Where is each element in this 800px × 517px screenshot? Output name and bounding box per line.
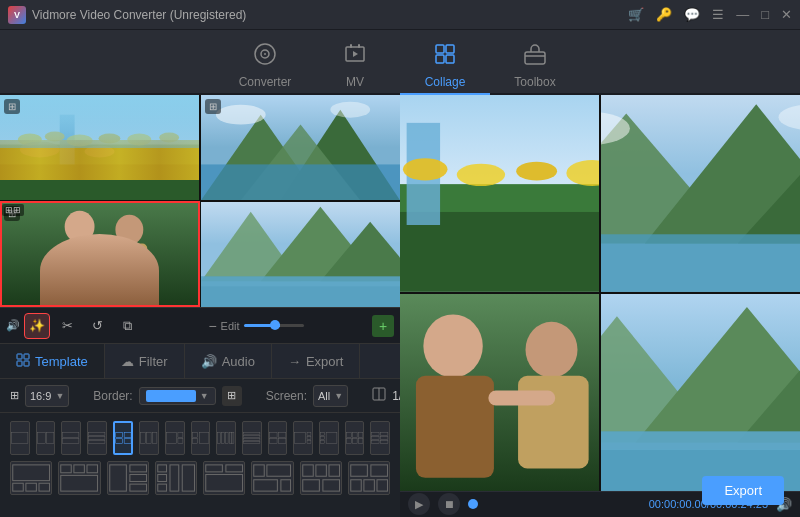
chat-icon[interactable]: 💬 — [684, 7, 700, 22]
svg-rect-125 — [254, 480, 278, 491]
svg-rect-106 — [39, 483, 50, 491]
action-tab-audio[interactable]: 🔊 Audio — [185, 344, 272, 378]
minimize-btn[interactable]: — — [736, 7, 749, 22]
maximize-btn[interactable]: □ — [761, 7, 769, 22]
title-bar-left: V Vidmore Video Converter (Unregistered) — [8, 6, 246, 24]
left-panel: ⊞ — [0, 95, 400, 517]
svg-point-155 — [423, 314, 482, 377]
tab-toolbox-label: Toolbox — [514, 75, 555, 89]
svg-rect-93 — [358, 432, 363, 437]
svg-rect-128 — [315, 465, 326, 476]
slider-minus[interactable]: − — [208, 318, 216, 334]
svg-rect-50 — [37, 432, 45, 444]
template-r2-2[interactable] — [58, 461, 100, 495]
template-2h[interactable] — [36, 421, 56, 455]
template-3h[interactable] — [87, 421, 107, 455]
tab-toolbox[interactable]: Toolbox — [490, 37, 580, 95]
action-tab-template-label: Template — [35, 354, 88, 369]
template-2x3[interactable] — [370, 421, 390, 455]
template-single[interactable] — [10, 421, 30, 455]
tab-mv[interactable]: MV — [310, 37, 400, 95]
main-area: ⊞ — [0, 95, 800, 517]
ratio-select[interactable]: 16:9 ▼ — [25, 385, 69, 407]
svg-rect-46 — [24, 361, 29, 366]
svg-rect-103 — [13, 465, 50, 481]
border-grid-btn[interactable]: ⊞ — [222, 386, 242, 406]
svg-rect-86 — [307, 441, 311, 444]
template-r2-3[interactable] — [107, 461, 149, 495]
template-3plus1[interactable] — [293, 421, 313, 455]
template-2v[interactable] — [61, 421, 81, 455]
svg-rect-112 — [129, 465, 146, 472]
tab-collage-label: Collage — [425, 75, 466, 89]
key-icon[interactable]: 🔑 — [656, 7, 672, 22]
template-icon — [16, 353, 30, 370]
edit-slider[interactable] — [244, 324, 304, 327]
add-clip-btn[interactable]: + — [372, 315, 394, 337]
template-row-2 — [10, 461, 390, 495]
action-tab-export[interactable]: → Export — [272, 344, 361, 378]
template-3x2[interactable] — [345, 421, 365, 455]
export-arrow-icon: → — [288, 354, 301, 369]
progress-dot[interactable] — [468, 499, 478, 509]
template-multinarrow[interactable] — [216, 421, 236, 455]
template-3col[interactable] — [139, 421, 159, 455]
template-r2-4[interactable] — [155, 461, 197, 495]
template-2plus1[interactable] — [191, 421, 211, 455]
preview-cell-people[interactable]: ⊞ ⊞⊞ — [0, 202, 199, 307]
action-tab-template[interactable]: Template — [0, 344, 105, 378]
screen-label: Screen: — [266, 389, 307, 403]
title-bar-right: 🛒 🔑 💬 ☰ — □ ✕ — [628, 7, 792, 22]
copy-tool-btn[interactable]: ⧉ — [114, 313, 140, 339]
svg-point-144 — [516, 162, 557, 181]
svg-rect-108 — [74, 465, 85, 473]
template-2x2[interactable] — [113, 421, 134, 455]
svg-rect-100 — [381, 436, 388, 439]
stop-btn[interactable]: ⏹ — [438, 493, 460, 515]
edit-slider-area: − Edit — [144, 318, 368, 334]
svg-rect-52 — [63, 432, 79, 437]
preview-cell-mountains[interactable] — [201, 202, 400, 307]
right-cell-tl — [400, 95, 599, 292]
app-icon: V — [8, 6, 26, 24]
svg-rect-91 — [346, 432, 351, 437]
template-r2-5[interactable] — [203, 461, 245, 495]
border-control[interactable]: ▼ — [139, 387, 216, 405]
preview-cell-flowers[interactable]: ⊞ — [0, 95, 199, 200]
export-button[interactable]: Export — [702, 476, 784, 505]
svg-rect-122 — [206, 475, 243, 492]
tab-converter[interactable]: Converter — [220, 37, 310, 95]
svg-point-18 — [67, 135, 93, 147]
svg-rect-84 — [307, 432, 311, 435]
template-1plus3[interactable] — [319, 421, 339, 455]
template-r2-6[interactable] — [251, 461, 293, 495]
close-btn[interactable]: ✕ — [781, 7, 792, 22]
screen-select[interactable]: All ▼ — [313, 385, 348, 407]
svg-rect-58 — [124, 433, 131, 438]
svg-rect-80 — [278, 432, 285, 437]
template-2x2b[interactable] — [268, 421, 288, 455]
svg-rect-118 — [170, 465, 179, 491]
template-r2-7[interactable] — [300, 461, 342, 495]
svg-point-29 — [216, 105, 266, 125]
magic-tool-btn[interactable]: ✨ — [24, 313, 50, 339]
svg-rect-134 — [351, 480, 362, 491]
svg-rect-33 — [60, 242, 100, 292]
template-4rows[interactable] — [242, 421, 262, 455]
cart-icon[interactable]: 🛒 — [628, 7, 644, 22]
template-r2-8[interactable] — [348, 461, 390, 495]
cut-tool-btn[interactable]: ✂ — [54, 313, 80, 339]
menu-icon[interactable]: ☰ — [712, 7, 724, 22]
template-r2-1[interactable] — [10, 461, 52, 495]
svg-rect-87 — [321, 432, 325, 435]
right-cell-tr — [601, 95, 800, 292]
rotate-tool-btn[interactable]: ↺ — [84, 313, 110, 339]
template-1plus2[interactable] — [165, 421, 185, 455]
play-btn[interactable]: ▶ — [408, 493, 430, 515]
svg-rect-51 — [46, 432, 54, 444]
preview-cell-waterfall[interactable]: ⊞ — [201, 95, 400, 200]
action-tab-filter[interactable]: ☁ Filter — [105, 344, 185, 378]
converter-icon — [253, 42, 277, 71]
tab-collage[interactable]: Collage — [400, 37, 490, 95]
svg-rect-35 — [111, 244, 147, 289]
